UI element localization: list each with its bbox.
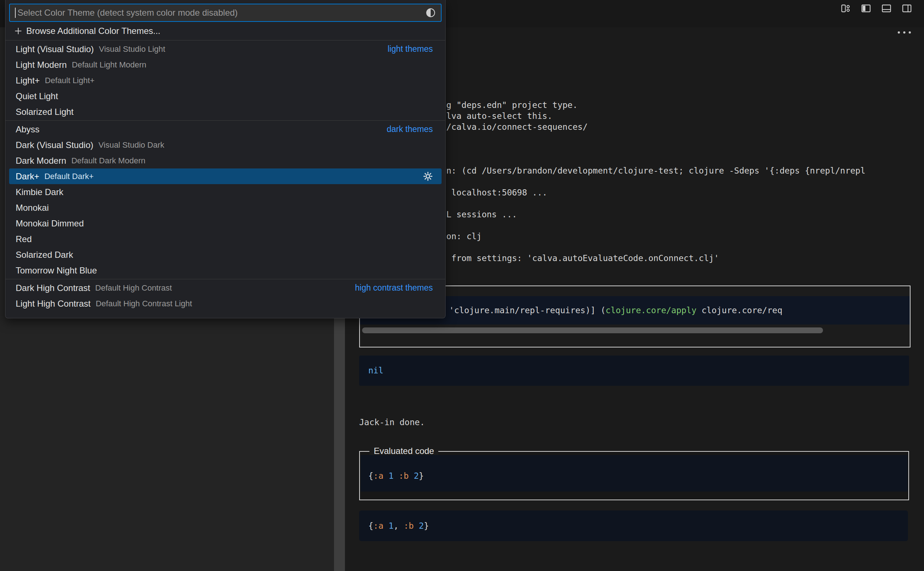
theme-label: Solarized Dark	[16, 250, 73, 260]
jack-in-line: on: clj	[446, 231, 865, 242]
code-token	[414, 521, 419, 531]
nil-result-box: nil	[359, 355, 909, 386]
toggle-panel-icon[interactable]	[881, 3, 892, 14]
jack-in-line: localhost:50698 ...	[446, 187, 865, 198]
text-caret	[15, 8, 16, 18]
theme-label: Light Modern	[16, 60, 67, 70]
gear-icon[interactable]	[423, 171, 433, 181]
theme-item-light-modern[interactable]: Light ModernDefault Light Modern	[9, 57, 441, 73]
theme-description: Default Light+	[45, 76, 94, 85]
theme-item-kimbie-dark[interactable]: Kimbie Dark	[9, 184, 441, 200]
theme-item-light[interactable]: Light+Default Light+	[9, 73, 441, 88]
theme-label: Dark High Contrast	[16, 283, 90, 293]
code-token: {	[368, 471, 373, 481]
group-label: light themes	[388, 44, 433, 54]
theme-label: Abyss	[16, 124, 39, 134]
code-token: nil	[368, 366, 384, 375]
code-token: 2	[414, 471, 419, 481]
code-token	[384, 471, 389, 481]
theme-description: Default Light Modern	[72, 60, 146, 69]
console-line: lva auto-select this.	[446, 111, 588, 122]
theme-item-dark[interactable]: Dark+Default Dark+	[9, 168, 441, 184]
theme-item-solarized-light[interactable]: Solarized Light	[9, 104, 441, 120]
console-line: /calva.io/connect-sequences/	[446, 122, 588, 132]
theme-label: Quiet Light	[16, 91, 58, 101]
theme-item-quiet-light[interactable]: Quiet Light	[9, 88, 441, 104]
code-token: :a	[373, 521, 384, 531]
code-token: :a	[373, 471, 384, 481]
browse-additional-themes-item[interactable]: Browse Additional Color Themes...	[9, 23, 441, 39]
theme-item-dark-high-contrast[interactable]: Dark High ContrastDefault High Contrasth…	[9, 280, 441, 296]
theme-label: Kimbie Dark	[16, 187, 63, 197]
browse-label: Browse Additional Color Themes...	[26, 26, 160, 36]
theme-description: Visual Studio Dark	[99, 140, 165, 150]
code-token: clojure.core/apply	[606, 306, 696, 315]
theme-item-monokai[interactable]: Monokai	[9, 200, 441, 216]
code-token: :b	[404, 521, 414, 531]
quick-pick-separator	[5, 40, 445, 40]
theme-description: Default Dark Modern	[71, 156, 145, 165]
jack-in-line: L sessions ...	[446, 209, 865, 220]
color-mode-icon[interactable]	[426, 8, 436, 18]
code-token: 2	[419, 521, 424, 531]
theme-item-solarized-dark[interactable]: Solarized Dark	[9, 247, 441, 262]
quick-pick-panel: Select Color Theme (detect system color …	[5, 0, 446, 318]
theme-description: Default High Contrast	[95, 283, 172, 293]
plus-icon	[14, 26, 23, 36]
theme-description: Default Dark+	[45, 172, 94, 181]
nil-result-text: nil	[359, 355, 909, 376]
code-token	[384, 521, 389, 531]
quick-pick-list: Browse Additional Color Themes... Light …	[5, 23, 445, 312]
horizontal-scrollbar-thumb[interactable]	[362, 327, 823, 333]
title-bar-actions	[840, 3, 912, 14]
quick-pick-input[interactable]: Select Color Theme (detect system color …	[9, 4, 441, 22]
vscode-window: g "deps.edn" project type.lva auto-selec…	[0, 0, 924, 571]
theme-label: Light High Contrast	[16, 299, 90, 309]
theme-item-dark-modern[interactable]: Dark ModernDefault Dark Modern	[9, 153, 441, 168]
result-box: {:a 1, :b 2}	[359, 511, 908, 541]
theme-description: Visual Studio Light	[99, 45, 165, 54]
theme-label: Red	[16, 234, 32, 244]
theme-label: Dark (Visual Studio)	[16, 140, 93, 150]
theme-label: Tomorrow Night Blue	[16, 265, 97, 276]
code-token: {	[368, 521, 373, 531]
console-line: g "deps.edn" project type.	[446, 100, 588, 111]
repl-jack-in-lines: n: (cd /Users/brandon/development/clojur…	[446, 165, 865, 275]
quick-pick-separator	[5, 120, 445, 121]
evaluated-code-label: Evaluated code	[369, 446, 438, 456]
evaluated-code-line: {:a 1 :b 2}	[361, 455, 908, 481]
jack-in-done-text: Jack-in done.	[359, 417, 425, 428]
code-token	[409, 471, 414, 481]
theme-item-dark-visual-studio[interactable]: Dark (Visual Studio)Visual Studio Dark	[9, 137, 441, 153]
theme-label: Solarized Light	[16, 107, 74, 117]
theme-label: Light (Visual Studio)	[16, 44, 94, 54]
theme-label: Dark Modern	[16, 156, 66, 166]
ellipsis-icon	[909, 31, 911, 34]
code-token: ,	[393, 521, 398, 531]
code-token	[398, 521, 404, 531]
toggle-primary-sidebar-icon[interactable]	[861, 3, 872, 14]
theme-item-light-high-contrast[interactable]: Light High ContrastDefault High Contrast…	[9, 296, 441, 312]
theme-item-red[interactable]: Red	[9, 231, 441, 247]
theme-label: Light+	[16, 76, 40, 86]
code-token: 1	[388, 521, 393, 531]
jack-in-line: n: (cd /Users/brandon/development/clojur…	[446, 165, 865, 176]
group-label: high contrast themes	[355, 283, 433, 293]
theme-item-light-visual-studio[interactable]: Light (Visual Studio)Visual Studio Light…	[9, 41, 441, 57]
theme-item-tomorrow-night-blue[interactable]: Tomorrow Night Blue	[9, 262, 441, 278]
jack-in-line: from settings: 'calva.autoEvaluateCode.o…	[446, 253, 865, 264]
code-token: }	[419, 471, 424, 481]
group-label: dark themes	[387, 124, 433, 134]
theme-item-monokai-dimmed[interactable]: Monokai Dimmed	[9, 216, 441, 231]
repl-console-lines: g "deps.edn" project type.lva auto-selec…	[446, 100, 588, 132]
code-token: clojure.core/req	[696, 306, 782, 315]
evaluated-code-box: Evaluated code {:a 1 :b 2}	[359, 451, 909, 500]
theme-label: Dark+	[16, 171, 39, 182]
ellipsis-icon	[903, 31, 905, 34]
editor-more-actions-button[interactable]	[898, 31, 911, 34]
code-token: 1	[388, 471, 393, 481]
theme-item-abyss[interactable]: Abyssdark themes	[9, 122, 441, 137]
theme-label: Monokai	[16, 203, 49, 213]
toggle-secondary-sidebar-icon[interactable]	[901, 3, 912, 14]
customize-layout-icon[interactable]	[840, 3, 851, 14]
